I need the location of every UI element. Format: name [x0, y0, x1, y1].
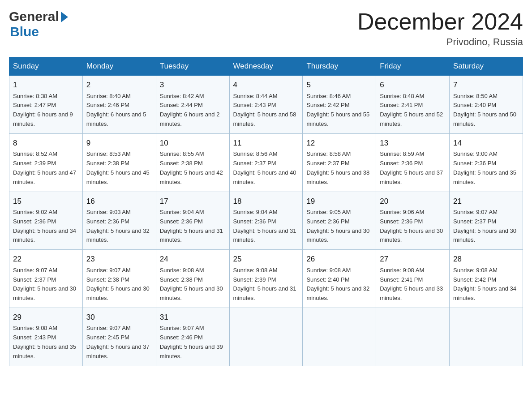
- calendar-day-cell: 25Sunrise: 9:08 AMSunset: 2:39 PMDayligh…: [229, 250, 303, 308]
- day-info: Sunrise: 9:08 AMSunset: 2:39 PMDaylight:…: [233, 267, 296, 301]
- calendar-week-row: 22Sunrise: 9:07 AMSunset: 2:37 PMDayligh…: [9, 250, 523, 308]
- calendar-day-cell: 28Sunrise: 9:08 AMSunset: 2:42 PMDayligh…: [450, 250, 523, 308]
- day-number: 3: [160, 79, 226, 91]
- calendar-day-cell: 9Sunrise: 8:53 AMSunset: 2:38 PMDaylight…: [82, 133, 156, 192]
- day-info: Sunrise: 9:07 AMSunset: 2:37 PMDaylight:…: [13, 267, 76, 301]
- col-saturday: Saturday: [450, 57, 523, 76]
- calendar-week-row: 15Sunrise: 9:02 AMSunset: 2:36 PMDayligh…: [9, 192, 523, 250]
- day-info: Sunrise: 9:07 AMSunset: 2:38 PMDaylight:…: [86, 267, 150, 301]
- col-thursday: Thursday: [303, 57, 376, 76]
- day-number: 12: [306, 137, 372, 149]
- day-info: Sunrise: 9:04 AMSunset: 2:36 PMDaylight:…: [160, 209, 223, 243]
- calendar-day-cell: 21Sunrise: 9:07 AMSunset: 2:37 PMDayligh…: [450, 192, 523, 250]
- day-number: 31: [160, 312, 226, 323]
- day-info: Sunrise: 9:08 AMSunset: 2:40 PMDaylight:…: [306, 267, 369, 301]
- day-info: Sunrise: 8:53 AMSunset: 2:38 PMDaylight:…: [86, 150, 150, 185]
- calendar-day-cell: 10Sunrise: 8:55 AMSunset: 2:38 PMDayligh…: [156, 133, 229, 192]
- day-number: 30: [86, 312, 152, 323]
- calendar-day-cell: 4Sunrise: 8:44 AMSunset: 2:43 PMDaylight…: [229, 76, 303, 134]
- day-info: Sunrise: 9:08 AMSunset: 2:42 PMDaylight:…: [453, 267, 516, 301]
- day-info: Sunrise: 8:44 AMSunset: 2:43 PMDaylight:…: [233, 93, 296, 127]
- day-info: Sunrise: 9:06 AMSunset: 2:36 PMDaylight:…: [380, 209, 443, 243]
- day-number: 22: [13, 253, 79, 265]
- day-number: 20: [380, 196, 446, 207]
- day-info: Sunrise: 8:38 AMSunset: 2:47 PMDaylight:…: [13, 93, 73, 127]
- day-number: 9: [86, 137, 152, 149]
- day-number: 1: [13, 79, 79, 91]
- day-info: Sunrise: 9:05 AMSunset: 2:36 PMDaylight:…: [306, 209, 369, 243]
- calendar-day-cell: 15Sunrise: 9:02 AMSunset: 2:36 PMDayligh…: [9, 192, 83, 250]
- day-number: 7: [453, 79, 519, 91]
- day-info: Sunrise: 9:08 AMSunset: 2:43 PMDaylight:…: [13, 325, 76, 359]
- calendar-day-cell: 20Sunrise: 9:06 AMSunset: 2:36 PMDayligh…: [376, 192, 450, 250]
- calendar-header-row: Sunday Monday Tuesday Wednesday Thursday…: [9, 57, 523, 76]
- calendar-day-cell: 18Sunrise: 9:04 AMSunset: 2:36 PMDayligh…: [229, 192, 303, 250]
- day-number: 18: [233, 196, 299, 207]
- calendar-day-cell: 7Sunrise: 8:50 AMSunset: 2:40 PMDaylight…: [450, 76, 523, 134]
- day-number: 4: [233, 79, 299, 91]
- calendar-day-cell: 27Sunrise: 9:08 AMSunset: 2:41 PMDayligh…: [376, 250, 450, 308]
- day-info: Sunrise: 9:02 AMSunset: 2:36 PMDaylight:…: [13, 209, 76, 243]
- col-tuesday: Tuesday: [156, 57, 229, 76]
- calendar-week-row: 29Sunrise: 9:08 AMSunset: 2:43 PMDayligh…: [9, 308, 523, 366]
- day-info: Sunrise: 8:56 AMSunset: 2:37 PMDaylight:…: [233, 150, 296, 185]
- day-number: 29: [13, 312, 79, 323]
- col-friday: Friday: [376, 57, 450, 76]
- logo-general-text: General: [9, 9, 59, 24]
- col-sunday: Sunday: [9, 57, 83, 76]
- day-number: 25: [233, 253, 299, 265]
- day-info: Sunrise: 9:03 AMSunset: 2:36 PMDaylight:…: [86, 209, 150, 243]
- calendar-day-cell: 24Sunrise: 9:08 AMSunset: 2:38 PMDayligh…: [156, 250, 229, 308]
- title-block: December 2024 Privodino, Russia: [357, 9, 523, 48]
- day-info: Sunrise: 9:07 AMSunset: 2:45 PMDaylight:…: [86, 325, 150, 359]
- day-number: 5: [306, 79, 372, 91]
- calendar-day-cell: 2Sunrise: 8:40 AMSunset: 2:46 PMDaylight…: [82, 76, 156, 134]
- calendar-day-cell: 8Sunrise: 8:52 AMSunset: 2:39 PMDaylight…: [9, 133, 83, 192]
- day-number: 6: [380, 79, 446, 91]
- day-info: Sunrise: 9:07 AMSunset: 2:46 PMDaylight:…: [160, 325, 223, 359]
- day-info: Sunrise: 8:52 AMSunset: 2:39 PMDaylight:…: [13, 150, 76, 185]
- calendar-day-cell: 31Sunrise: 9:07 AMSunset: 2:46 PMDayligh…: [156, 308, 229, 366]
- day-number: 2: [86, 79, 152, 91]
- day-info: Sunrise: 8:55 AMSunset: 2:38 PMDaylight:…: [160, 150, 223, 185]
- day-number: 27: [380, 253, 446, 265]
- day-info: Sunrise: 8:42 AMSunset: 2:44 PMDaylight:…: [160, 93, 220, 127]
- calendar-day-cell: 1Sunrise: 8:38 AMSunset: 2:47 PMDaylight…: [9, 76, 83, 134]
- day-number: 10: [160, 137, 226, 149]
- calendar-day-cell: 17Sunrise: 9:04 AMSunset: 2:36 PMDayligh…: [156, 192, 229, 250]
- day-info: Sunrise: 9:00 AMSunset: 2:36 PMDaylight:…: [453, 150, 516, 185]
- day-number: 24: [160, 253, 226, 265]
- day-number: 14: [453, 137, 519, 149]
- calendar-day-cell: 23Sunrise: 9:07 AMSunset: 2:38 PMDayligh…: [82, 250, 156, 308]
- calendar-day-cell: 26Sunrise: 9:08 AMSunset: 2:40 PMDayligh…: [303, 250, 376, 308]
- logo: General Blue: [9, 9, 68, 39]
- calendar-day-cell: [229, 308, 303, 366]
- calendar-day-cell: 3Sunrise: 8:42 AMSunset: 2:44 PMDaylight…: [156, 76, 229, 134]
- calendar-day-cell: 13Sunrise: 8:59 AMSunset: 2:36 PMDayligh…: [376, 133, 450, 192]
- calendar-day-cell: 22Sunrise: 9:07 AMSunset: 2:37 PMDayligh…: [9, 250, 83, 308]
- day-number: 21: [453, 196, 519, 207]
- calendar-week-row: 8Sunrise: 8:52 AMSunset: 2:39 PMDaylight…: [9, 133, 523, 192]
- col-monday: Monday: [82, 57, 156, 76]
- day-info: Sunrise: 8:40 AMSunset: 2:46 PMDaylight:…: [86, 93, 146, 127]
- month-year-title: December 2024: [357, 9, 523, 34]
- calendar-day-cell: [303, 308, 376, 366]
- day-info: Sunrise: 8:59 AMSunset: 2:36 PMDaylight:…: [380, 150, 443, 185]
- day-number: 8: [13, 137, 79, 149]
- day-number: 23: [86, 253, 152, 265]
- calendar-day-cell: [450, 308, 523, 366]
- day-info: Sunrise: 8:48 AMSunset: 2:41 PMDaylight:…: [380, 93, 443, 127]
- day-number: 26: [306, 253, 372, 265]
- calendar-day-cell: [376, 308, 450, 366]
- day-info: Sunrise: 9:04 AMSunset: 2:36 PMDaylight:…: [233, 209, 296, 243]
- calendar-day-cell: 6Sunrise: 8:48 AMSunset: 2:41 PMDaylight…: [376, 76, 450, 134]
- day-info: Sunrise: 8:46 AMSunset: 2:42 PMDaylight:…: [306, 93, 369, 127]
- day-info: Sunrise: 9:08 AMSunset: 2:38 PMDaylight:…: [160, 267, 223, 301]
- location-subtitle: Privodino, Russia: [357, 36, 523, 48]
- calendar-day-cell: 5Sunrise: 8:46 AMSunset: 2:42 PMDaylight…: [303, 76, 376, 134]
- day-info: Sunrise: 8:50 AMSunset: 2:40 PMDaylight:…: [453, 93, 516, 127]
- day-info: Sunrise: 8:58 AMSunset: 2:37 PMDaylight:…: [306, 150, 369, 185]
- day-number: 19: [306, 196, 372, 207]
- day-info: Sunrise: 9:07 AMSunset: 2:37 PMDaylight:…: [453, 209, 516, 243]
- calendar-table: Sunday Monday Tuesday Wednesday Thursday…: [9, 57, 523, 366]
